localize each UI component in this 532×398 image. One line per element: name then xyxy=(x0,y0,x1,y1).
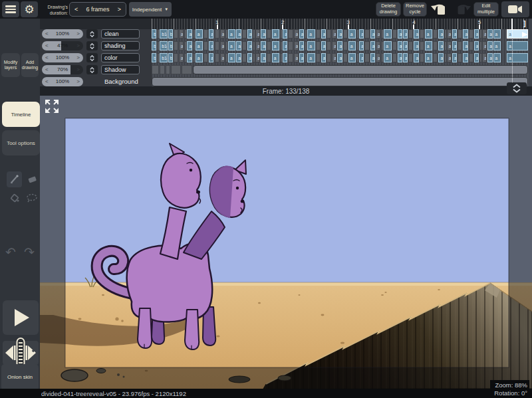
duration-stepper[interactable]: < 6 frames > xyxy=(69,2,126,17)
layer-reorder-button[interactable] xyxy=(86,29,98,39)
timeline-cell[interactable]: a xyxy=(376,29,380,39)
timeline-cell[interactable] xyxy=(433,41,438,50)
timeline-cell[interactable]: a xyxy=(247,53,252,62)
timeline-cell[interactable] xyxy=(242,41,247,50)
timeline-cell[interactable] xyxy=(215,29,219,39)
timeline-cell[interactable]: a xyxy=(425,29,432,39)
timeline-cell[interactable]: a xyxy=(196,41,203,50)
timeline-cell[interactable]: a xyxy=(463,53,467,62)
timeline-cell[interactable]: a xyxy=(196,53,203,62)
timeline-cell[interactable]: a xyxy=(179,53,184,62)
tab-tool-options[interactable]: Tool options xyxy=(2,130,40,155)
timeline-cell[interactable]: a xyxy=(247,29,252,39)
timeline-cell[interactable]: a xyxy=(487,53,492,62)
timeline-cell[interactable]: a xyxy=(209,41,213,50)
timeline-cell[interactable] xyxy=(316,29,321,39)
timeline-cell[interactable]: a xyxy=(482,53,487,62)
selected-cell-handle-icon[interactable] xyxy=(522,32,528,37)
timeline-cell[interactable]: a xyxy=(507,53,528,62)
timeline-cell[interactable] xyxy=(420,53,424,62)
timeline-cell[interactable]: a xyxy=(384,41,391,50)
timeline-cell[interactable]: a xyxy=(482,29,487,39)
timeline-cell[interactable] xyxy=(174,29,178,39)
add-drawing-button[interactable]: Add drawing xyxy=(21,53,39,77)
timeline-cell[interactable]: a xyxy=(261,41,265,50)
camera-button[interactable] xyxy=(501,1,529,17)
timeline-cell[interactable]: a xyxy=(272,29,279,39)
timeline-cell[interactable]: a xyxy=(332,41,336,50)
timeline-cell[interactable] xyxy=(242,29,247,39)
timeline-cell[interactable]: a xyxy=(348,29,356,39)
timeline-cell[interactable]: a xyxy=(493,41,501,50)
layer-opacity-stepper[interactable]: <47%> xyxy=(42,41,83,50)
timeline-cell[interactable]: a xyxy=(474,41,479,50)
timeline-cell[interactable]: a xyxy=(228,53,235,62)
timeline-cell[interactable] xyxy=(215,53,219,62)
timeline-cell[interactable]: a xyxy=(447,41,452,50)
timeline-cell[interactable] xyxy=(215,41,219,50)
timeline-cell[interactable]: a xyxy=(255,29,260,39)
timeline-cell[interactable] xyxy=(182,65,192,74)
layer-opacity-stepper[interactable]: <100%> xyxy=(42,53,83,62)
timeline-cell[interactable] xyxy=(152,65,159,74)
timeline-cell[interactable]: a xyxy=(337,53,342,62)
modify-layers-button[interactable]: Modify layers xyxy=(1,53,20,77)
timeline-cell[interactable]: a xyxy=(283,29,287,39)
timeline-cell[interactable]: a xyxy=(299,53,304,62)
timeline-cell[interactable]: b14 xyxy=(168,53,173,62)
timeline-cell[interactable] xyxy=(392,53,397,62)
timeline-cell[interactable] xyxy=(469,41,473,50)
timeline-cell[interactable]: b1 xyxy=(152,29,156,39)
timeline-cell[interactable]: a xyxy=(425,41,432,50)
timeline-cell[interactable]: a xyxy=(220,41,225,50)
timeline-cell[interactable] xyxy=(267,41,271,50)
timeline-cell[interactable] xyxy=(420,41,424,50)
timeline-cell[interactable]: b14 xyxy=(160,53,167,62)
timeline-cell[interactable]: a xyxy=(337,29,342,39)
timeline-cell[interactable] xyxy=(343,29,348,39)
timeline-cell[interactable]: a xyxy=(209,53,213,62)
timeline-cell[interactable] xyxy=(327,53,331,62)
timeline-cell[interactable]: a xyxy=(187,41,192,50)
timeline-cell[interactable]: a xyxy=(220,29,225,39)
timeline-cell[interactable] xyxy=(267,53,271,62)
timeline-cell[interactable] xyxy=(267,29,271,39)
timeline-cell[interactable]: a xyxy=(438,29,443,39)
timeline-cell[interactable] xyxy=(408,29,413,39)
timeline-cell[interactable]: a xyxy=(447,53,452,62)
layer-name-field[interactable]: color xyxy=(101,53,140,62)
layer-name-field[interactable]: Background xyxy=(101,77,140,86)
timeline-cell[interactable]: a xyxy=(370,41,375,50)
timeline-cell[interactable]: a xyxy=(337,41,342,50)
timeline-cell[interactable]: a xyxy=(474,29,479,39)
timeline-cell[interactable]: a xyxy=(299,29,304,39)
timeline-cell[interactable]: a xyxy=(321,53,326,62)
undo-button[interactable] xyxy=(430,1,450,17)
timeline-cell[interactable]: b14 xyxy=(168,29,173,39)
layer-opacity-stepper[interactable]: <70%> xyxy=(42,65,83,74)
timeline-cell[interactable] xyxy=(469,29,473,39)
timeline-cell[interactable] xyxy=(288,29,293,39)
timeline-cell[interactable]: a xyxy=(332,29,336,39)
timeline-cell[interactable]: a xyxy=(414,29,418,39)
playhead[interactable] xyxy=(511,19,513,29)
timeline-cell[interactable]: a xyxy=(452,53,457,62)
timeline-cell[interactable] xyxy=(166,65,170,74)
opacity-increase-button[interactable]: > xyxy=(76,53,80,62)
timeline-cell[interactable]: a xyxy=(283,41,287,50)
timeline-cell[interactable] xyxy=(343,53,348,62)
timeline-cell[interactable] xyxy=(469,53,473,62)
timeline-cell[interactable]: a xyxy=(179,41,184,50)
timeline-cell[interactable] xyxy=(364,53,369,62)
timeline-cell[interactable]: a xyxy=(283,53,287,62)
timeline-cell[interactable]: a xyxy=(228,29,235,39)
timeline-cell[interactable] xyxy=(203,53,208,62)
timeline-cell[interactable]: a xyxy=(384,29,391,39)
timeline-cell[interactable]: a xyxy=(261,53,265,62)
timeline-cell[interactable]: a xyxy=(294,41,299,50)
remove-cycle-button[interactable]: Remove cycle xyxy=(403,2,427,17)
timeline-cell[interactable] xyxy=(316,53,321,62)
timeline-cell[interactable]: a xyxy=(187,53,192,62)
timeline-cell[interactable]: a xyxy=(307,29,315,39)
timeline-cell[interactable]: a xyxy=(348,41,356,50)
